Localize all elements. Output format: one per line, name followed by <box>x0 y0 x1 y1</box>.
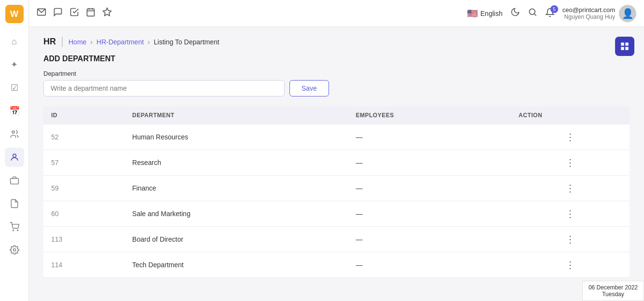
main-wrapper: 🇺🇸 English 5 ceo@printcart.com Nguyen Qu… <box>29 0 644 301</box>
action-menu-button[interactable]: ⋮ <box>519 157 622 168</box>
sidebar-logo[interactable]: W <box>5 5 24 23</box>
col-header-employees: EMPLOYEES <box>348 106 511 124</box>
table-row: 60 Sale and Marketing — ⋮ <box>43 201 630 227</box>
notifications-button[interactable]: 5 <box>545 8 555 19</box>
col-header-id: Id <box>43 106 124 124</box>
table-row: 114 Tech Department — ⋮ <box>43 252 630 278</box>
action-menu-button[interactable]: ⋮ <box>519 182 622 194</box>
action-menu-button[interactable]: ⋮ <box>519 233 622 245</box>
cell-id: 113 <box>43 227 124 252</box>
dark-mode-icon[interactable] <box>510 7 520 19</box>
grid-view-button[interactable] <box>615 37 634 56</box>
table-row: 57 Research — ⋮ <box>43 150 630 176</box>
cell-action: ⋮ <box>511 201 630 227</box>
form-row: Save <box>43 80 630 96</box>
section-title: ADD DEPARTMENT <box>43 55 630 63</box>
cell-action: ⋮ <box>511 252 630 278</box>
star-icon[interactable] <box>102 7 112 19</box>
department-input[interactable] <box>43 80 285 96</box>
departments-table: Id DEPARTMENT EMPLOYEES ACTION 52 Human … <box>43 106 630 278</box>
user-info[interactable]: ceo@printcart.com Nguyen Quang Huy 👤 <box>562 5 636 22</box>
sidebar-item-calendar[interactable]: 📅 <box>5 101 24 121</box>
content-area: HR Home › HR-Department › Listing To Dep… <box>29 27 644 301</box>
svg-line-13 <box>534 14 536 16</box>
cell-employees: — <box>348 201 511 227</box>
sidebar: W ⌂ ✦ ☑ 📅 <box>0 0 29 301</box>
footer-date: 06 December 2022 <box>589 284 638 291</box>
table-header-row: Id DEPARTMENT EMPLOYEES ACTION <box>43 106 630 124</box>
sidebar-item-chat[interactable]: ✦ <box>5 55 24 74</box>
calendar-icon[interactable] <box>86 7 96 19</box>
form-label: Department <box>43 70 630 77</box>
sidebar-item-briefcase[interactable] <box>5 171 24 190</box>
cell-id: 60 <box>43 201 124 227</box>
action-menu-button[interactable]: ⋮ <box>519 131 622 143</box>
svg-point-5 <box>13 249 15 251</box>
breadcrumb-home[interactable]: Home <box>69 38 86 46</box>
action-menu-button[interactable]: ⋮ <box>519 208 622 219</box>
cell-id: 57 <box>43 150 124 176</box>
cell-action: ⋮ <box>511 227 630 252</box>
cell-id: 52 <box>43 124 124 150</box>
user-text: ceo@printcart.com Nguyen Quang Huy <box>562 6 615 20</box>
mail-icon[interactable] <box>37 7 46 19</box>
svg-marker-11 <box>103 8 111 16</box>
cell-department: Finance <box>124 176 348 201</box>
comment-icon[interactable] <box>53 7 63 19</box>
flag-icon: 🇺🇸 <box>467 8 478 19</box>
topbar-action-icons <box>37 7 112 19</box>
cell-department: Tech Department <box>124 252 348 278</box>
cell-action: ⋮ <box>511 124 630 150</box>
sidebar-item-tasks[interactable]: ☑ <box>5 78 24 97</box>
sidebar-item-users-group[interactable] <box>5 124 24 144</box>
avatar[interactable]: 👤 <box>619 5 636 22</box>
breadcrumb-hr-department[interactable]: HR-Department <box>96 38 144 46</box>
cell-id: 114 <box>43 252 124 278</box>
language-selector[interactable]: 🇺🇸 English <box>467 8 503 19</box>
sidebar-item-cart[interactable] <box>5 217 24 236</box>
table-row: 52 Human Resources — ⋮ <box>43 124 630 150</box>
cell-action: ⋮ <box>511 150 630 176</box>
svg-point-0 <box>12 131 14 133</box>
user-email: ceo@printcart.com <box>562 6 615 14</box>
table-row: 59 Finance — ⋮ <box>43 176 630 201</box>
breadcrumb-current: Listing To Department <box>154 38 219 46</box>
svg-rect-15 <box>626 43 629 46</box>
svg-rect-16 <box>621 47 624 50</box>
search-icon[interactable] <box>528 7 537 19</box>
svg-point-12 <box>529 9 535 14</box>
cell-employees: — <box>348 252 511 278</box>
cell-department: Sale and Marketing <box>124 201 348 227</box>
page-section-title: HR <box>43 37 63 47</box>
save-button[interactable]: Save <box>289 80 329 96</box>
cell-action: ⋮ <box>511 176 630 201</box>
cell-id: 59 <box>43 176 124 201</box>
svg-point-3 <box>13 230 14 231</box>
col-header-action: ACTION <box>511 106 630 124</box>
breadcrumb-sep-2: › <box>148 38 150 46</box>
check-icon[interactable] <box>69 7 79 19</box>
svg-rect-2 <box>10 178 18 184</box>
svg-rect-7 <box>87 9 95 16</box>
col-header-department: DEPARTMENT <box>124 106 348 124</box>
cell-employees: — <box>348 124 511 150</box>
sidebar-item-person[interactable] <box>5 148 24 167</box>
sidebar-item-home[interactable]: ⌂ <box>5 32 24 51</box>
footer-day: Tuesday <box>589 291 638 298</box>
breadcrumb-sep-1: › <box>90 38 93 46</box>
sidebar-item-settings[interactable] <box>5 240 24 260</box>
svg-point-4 <box>17 230 18 231</box>
svg-rect-17 <box>626 47 629 50</box>
cell-department: Human Resources <box>124 124 348 150</box>
add-department-section: ADD DEPARTMENT Department Save <box>43 55 630 96</box>
topbar: 🇺🇸 English 5 ceo@printcart.com Nguyen Qu… <box>29 0 644 27</box>
table-row: 113 Board of Director — ⋮ <box>43 227 630 252</box>
notification-badge: 5 <box>550 5 558 13</box>
svg-point-1 <box>13 154 16 157</box>
action-menu-button[interactable]: ⋮ <box>519 259 622 271</box>
sidebar-item-document[interactable] <box>5 194 24 213</box>
cell-department: Board of Director <box>124 227 348 252</box>
cell-employees: — <box>348 227 511 252</box>
footer-datetime: 06 December 2022 Tuesday <box>582 281 644 301</box>
svg-rect-14 <box>621 43 624 46</box>
